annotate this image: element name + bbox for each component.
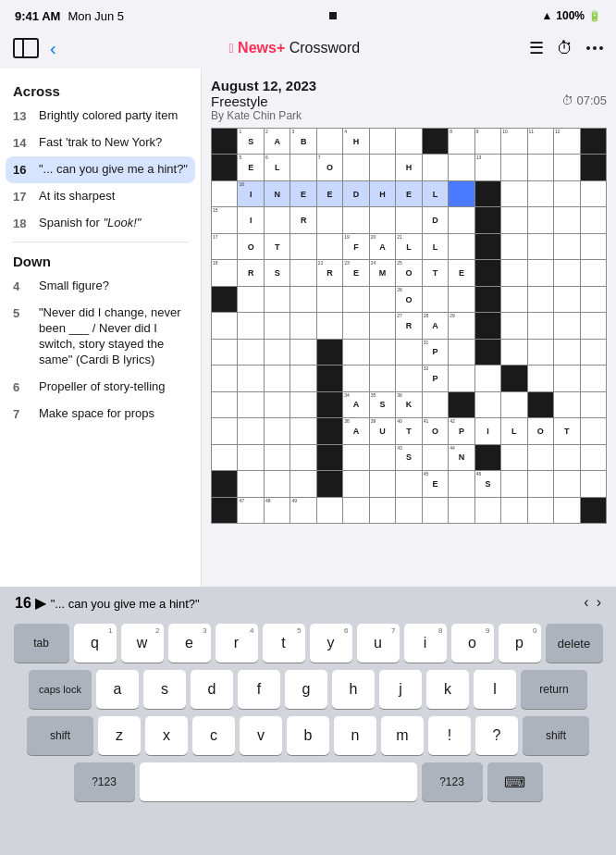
grid-cell-14-3[interactable]: 49 <box>290 498 315 523</box>
grid-cell-13-8[interactable]: 45E <box>423 471 448 496</box>
sidebar-toggle-icon[interactable] <box>13 38 39 58</box>
grid-cell-5-10[interactable] <box>475 260 500 285</box>
grid-cell-0-6[interactable] <box>370 129 395 154</box>
grid-cell-5-1[interactable]: R <box>238 260 263 285</box>
key-v[interactable]: v <box>240 716 282 755</box>
grid-cell-11-1[interactable] <box>238 418 263 443</box>
grid-cell-7-8[interactable]: 28A <box>423 313 448 338</box>
grid-cell-7-6[interactable] <box>370 313 395 338</box>
grid-cell-4-1[interactable]: O <box>238 234 263 259</box>
grid-cell-8-12[interactable] <box>528 340 553 365</box>
grid-cell-10-14[interactable] <box>581 392 606 417</box>
clue-down-7[interactable]: 7 Make space for props <box>0 401 201 428</box>
grid-cell-13-13[interactable] <box>554 471 579 496</box>
grid-cell-4-0[interactable]: 17 <box>212 234 237 259</box>
grid-cell-13-1[interactable] <box>238 471 263 496</box>
clock-icon[interactable]: ⏱ <box>557 39 573 58</box>
grid-cell-14-14[interactable] <box>581 498 606 523</box>
key-q[interactable]: 1q <box>74 624 117 663</box>
caps-lock-key[interactable]: caps lock <box>29 670 92 709</box>
grid-cell-2-11[interactable] <box>501 181 526 206</box>
grid-cell-7-3[interactable] <box>290 313 315 338</box>
grid-cell-12-12[interactable] <box>528 445 553 470</box>
grid-cell-3-13[interactable] <box>554 207 579 232</box>
grid-cell-6-9[interactable] <box>449 287 474 312</box>
grid-cell-1-5[interactable] <box>343 155 368 180</box>
grid-cell-2-8[interactable]: L <box>423 181 448 206</box>
key-m[interactable]: m <box>381 716 424 755</box>
key-s[interactable]: s <box>143 670 186 709</box>
grid-cell-13-5[interactable] <box>343 471 368 496</box>
grid-cell-0-5[interactable]: 4H <box>343 129 368 154</box>
key-w[interactable]: 2w <box>121 624 164 663</box>
grid-cell-4-11[interactable] <box>501 234 526 259</box>
grid-cell-6-5[interactable] <box>343 287 368 312</box>
grid-cell-10-12[interactable] <box>528 392 553 417</box>
clue-across-16[interactable]: 16 "... can you give me a hint?" <box>6 156 195 183</box>
key-r[interactable]: 4r <box>216 624 258 663</box>
grid-cell-6-13[interactable] <box>554 287 579 312</box>
grid-cell-10-8[interactable] <box>423 392 448 417</box>
grid-cell-7-5[interactable] <box>343 313 368 338</box>
grid-cell-8-6[interactable] <box>370 340 395 365</box>
grid-cell-8-10[interactable] <box>475 340 500 365</box>
grid-cell-10-2[interactable] <box>265 392 290 417</box>
grid-cell-11-13[interactable]: T <box>554 418 579 443</box>
grid-cell-12-8[interactable] <box>423 445 448 470</box>
grid-cell-14-0[interactable] <box>212 498 237 523</box>
grid-cell-8-7[interactable] <box>396 340 421 365</box>
grid-cell-5-11[interactable] <box>501 260 526 285</box>
grid-cell-6-0[interactable] <box>212 287 237 312</box>
grid-cell-1-6[interactable] <box>370 155 395 180</box>
grid-cell-14-13[interactable] <box>554 498 579 523</box>
grid-cell-4-3[interactable] <box>290 234 315 259</box>
grid-cell-14-6[interactable] <box>370 498 395 523</box>
grid-cell-13-4[interactable] <box>317 471 342 496</box>
grid-cell-10-10[interactable] <box>475 392 500 417</box>
grid-cell-13-6[interactable] <box>370 471 395 496</box>
grid-cell-8-5[interactable] <box>343 340 368 365</box>
grid-cell-5-0[interactable]: 18 <box>212 260 237 285</box>
key-e[interactable]: 3e <box>168 624 211 663</box>
grid-cell-11-14[interactable] <box>581 418 606 443</box>
grid-cell-10-5[interactable]: 34A <box>343 392 368 417</box>
grid-cell-2-1[interactable]: 16I <box>238 181 263 206</box>
grid-cell-9-1[interactable] <box>238 366 263 390</box>
space-key[interactable] <box>140 762 417 801</box>
key-k[interactable]: k <box>426 670 469 709</box>
grid-cell-3-6[interactable] <box>370 207 395 232</box>
grid-cell-3-5[interactable] <box>343 207 368 232</box>
emoji-key[interactable]: ⌨ <box>487 762 543 801</box>
grid-cell-3-4[interactable] <box>317 207 342 232</box>
grid-cell-8-3[interactable] <box>290 340 315 365</box>
grid-cell-1-8[interactable] <box>423 155 448 180</box>
grid-cell-6-1[interactable] <box>238 287 263 312</box>
grid-cell-6-3[interactable] <box>290 287 315 312</box>
grid-cell-12-10[interactable] <box>475 445 500 470</box>
grid-cell-12-13[interactable] <box>554 445 579 470</box>
grid-cell-3-10[interactable] <box>475 207 500 232</box>
grid-cell-3-3[interactable]: R <box>290 207 315 232</box>
key-i[interactable]: 8i <box>404 624 447 663</box>
num-key-right[interactable]: ?123 <box>422 762 483 801</box>
grid-cell-4-5[interactable]: 19F <box>343 234 368 259</box>
grid-cell-6-12[interactable] <box>528 287 553 312</box>
key-l[interactable]: l <box>474 670 516 709</box>
grid-cell-0-4[interactable] <box>317 129 342 154</box>
grid-cell-1-13[interactable] <box>554 155 579 180</box>
grid-cell-2-9[interactable] <box>449 181 474 206</box>
tab-key[interactable]: tab <box>14 624 69 663</box>
grid-cell-4-12[interactable] <box>528 234 553 259</box>
key-h[interactable]: h <box>332 670 375 709</box>
key-u[interactable]: 7u <box>357 624 400 663</box>
grid-cell-4-2[interactable]: T <box>265 234 290 259</box>
return-key[interactable]: return <box>521 670 587 709</box>
grid-cell-6-8[interactable] <box>423 287 448 312</box>
grid-cell-6-10[interactable] <box>475 287 500 312</box>
grid-cell-5-4[interactable]: 22R <box>317 260 342 285</box>
grid-cell-11-7[interactable]: 40T <box>396 418 421 443</box>
grid-cell-14-5[interactable] <box>343 498 368 523</box>
grid-cell-14-2[interactable]: 48 <box>265 498 290 523</box>
grid-cell-11-3[interactable] <box>290 418 315 443</box>
grid-cell-7-12[interactable] <box>528 313 553 338</box>
